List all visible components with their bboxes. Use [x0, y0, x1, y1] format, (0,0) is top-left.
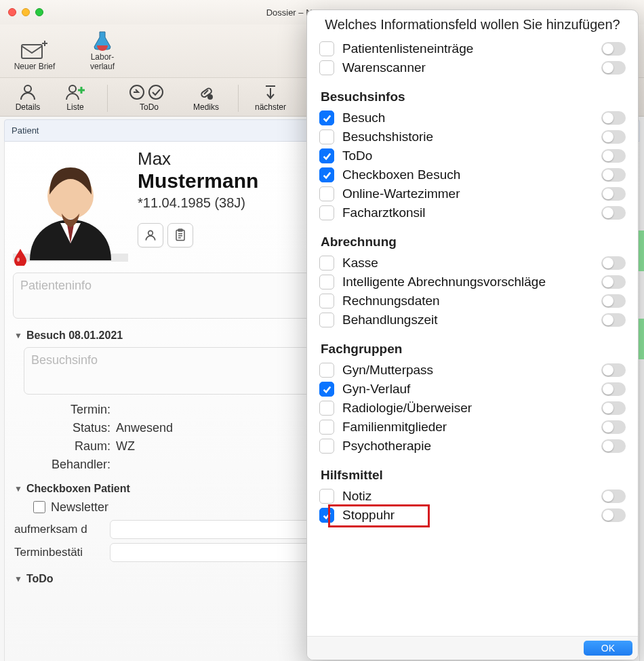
background-window-peek — [639, 102, 644, 481]
checkbox-label: Newsletter — [51, 500, 108, 515]
option-row: Rechnungsdaten — [318, 292, 627, 311]
label-raum: Raum: — [36, 439, 110, 454]
toolbar-label: Liste — [66, 102, 83, 112]
row-label: aufmerksam d — [14, 523, 106, 536]
toolbar-mediks[interactable]: Mediks — [185, 82, 227, 112]
option-row: Gyn-Verlauf — [318, 380, 627, 399]
option-toggle[interactable] — [601, 187, 626, 201]
toolbar-details[interactable]: Details — [7, 82, 49, 112]
panel-title: Patient — [12, 125, 39, 136]
toolbar-label: Neuer Brief — [14, 62, 56, 72]
toolbar-todo[interactable]: ToDo — [119, 82, 180, 112]
blood-drop-icon — [13, 248, 29, 264]
envelope-plus-icon — [20, 38, 49, 62]
option-row: Warenscanner — [318, 58, 627, 77]
patient-dob: *11.04.1985 (38J) — [138, 195, 258, 211]
ok-button[interactable]: OK — [584, 641, 632, 656]
option-checkbox[interactable] — [319, 41, 334, 56]
option-toggle[interactable] — [601, 401, 626, 415]
option-row: Familienmitglieder — [318, 418, 627, 437]
option-label: Patientenlisteneinträge — [342, 41, 473, 56]
option-group-title: Abrechnung — [321, 235, 627, 249]
option-row: Besuchshistorie — [318, 127, 627, 146]
option-checkbox[interactable] — [319, 167, 334, 182]
patient-avatar — [13, 148, 128, 266]
option-toggle[interactable] — [601, 382, 626, 396]
option-row: Stoppuhr — [318, 506, 627, 525]
option-checkbox[interactable] — [319, 363, 334, 378]
option-label: Online-Wartezimmer — [342, 186, 460, 201]
person-plus-icon — [64, 82, 87, 102]
option-checkbox[interactable] — [319, 186, 334, 201]
option-toggle[interactable] — [601, 206, 626, 220]
svg-point-10 — [149, 85, 163, 99]
chevron-down-icon: ▼ — [14, 484, 22, 494]
option-label: Kasse — [342, 256, 378, 271]
option-checkbox[interactable] — [319, 294, 334, 308]
option-toggle[interactable] — [601, 489, 626, 503]
option-row: Kasse — [318, 254, 627, 273]
option-toggle[interactable] — [601, 275, 626, 289]
option-checkbox[interactable] — [319, 256, 334, 271]
option-label: Warenscanner — [342, 60, 426, 75]
toolbar-labor[interactable]: Labor- verlauf — [79, 28, 126, 72]
option-toggle[interactable] — [601, 130, 626, 144]
option-checkbox[interactable] — [319, 129, 334, 144]
option-checkbox[interactable] — [319, 382, 334, 397]
option-toggle[interactable] — [601, 61, 626, 75]
option-row: Notiz — [318, 487, 627, 506]
option-checkbox[interactable] — [319, 111, 334, 125]
section-label: Besuch 08.01.2021 — [26, 329, 123, 342]
patient-lastname: Mustermann — [138, 169, 258, 193]
option-toggle[interactable] — [601, 149, 626, 163]
svg-point-5 — [24, 85, 31, 92]
add-infofield-dialog: Welches Informationsfeld wollen Sie hinz… — [306, 9, 639, 660]
option-label: Checkboxen Besuch — [342, 167, 460, 182]
option-label: Intelligente Abrechnungsvorschläge — [342, 275, 546, 289]
option-checkbox[interactable] — [319, 420, 334, 435]
option-toggle[interactable] — [601, 313, 626, 327]
option-group-title: Fachgruppen — [321, 342, 627, 357]
toolbar-list[interactable]: Liste — [54, 82, 96, 112]
toolbar-label: Mediks — [193, 102, 219, 112]
option-toggle[interactable] — [601, 111, 626, 125]
todo-icons — [129, 82, 169, 102]
option-row: Radiologie/Überweiser — [318, 399, 627, 418]
label-status: Status: — [36, 421, 110, 435]
pill-icon — [195, 82, 218, 102]
option-row: Checkboxen Besuch — [318, 165, 627, 184]
option-checkbox[interactable] — [319, 205, 334, 220]
option-toggle[interactable] — [601, 508, 626, 522]
option-label: Stoppuhr — [342, 508, 395, 523]
option-row: Besuch — [318, 108, 627, 127]
svg-point-13 — [208, 95, 212, 99]
chevron-down-icon: ▼ — [14, 574, 22, 584]
checkbox-input[interactable] — [33, 501, 45, 513]
patient-details-button[interactable] — [138, 223, 163, 247]
toolbar-next[interactable]: nächster — [249, 82, 291, 112]
option-toggle[interactable] — [601, 294, 626, 308]
option-toggle[interactable] — [601, 256, 626, 270]
option-label: Gyn-Verlauf — [342, 382, 410, 397]
section-label: Checkboxen Patient — [26, 483, 130, 495]
toolbar-new-letter[interactable]: Neuer Brief — [11, 38, 58, 72]
option-checkbox[interactable] — [319, 508, 334, 523]
option-checkbox[interactable] — [319, 148, 334, 163]
option-checkbox[interactable] — [319, 439, 334, 454]
option-toggle[interactable] — [601, 363, 626, 377]
option-toggle[interactable] — [601, 420, 626, 434]
option-checkbox[interactable] — [319, 60, 334, 75]
placeholder: Patienteninfo — [20, 279, 92, 292]
option-row: Facharztkonsil — [318, 203, 627, 222]
toolbar-label: ToDo — [140, 102, 159, 112]
option-checkbox[interactable] — [319, 489, 334, 504]
option-toggle[interactable] — [601, 42, 626, 56]
option-row: Behandlungszeit — [318, 311, 627, 329]
option-toggle[interactable] — [601, 439, 626, 453]
patient-clipboard-button[interactable] — [167, 223, 193, 247]
option-checkbox[interactable] — [319, 275, 334, 289]
option-toggle[interactable] — [601, 168, 626, 182]
toolbar-label: Labor- verlauf — [90, 53, 115, 72]
option-checkbox[interactable] — [319, 401, 334, 416]
option-checkbox[interactable] — [319, 313, 334, 327]
